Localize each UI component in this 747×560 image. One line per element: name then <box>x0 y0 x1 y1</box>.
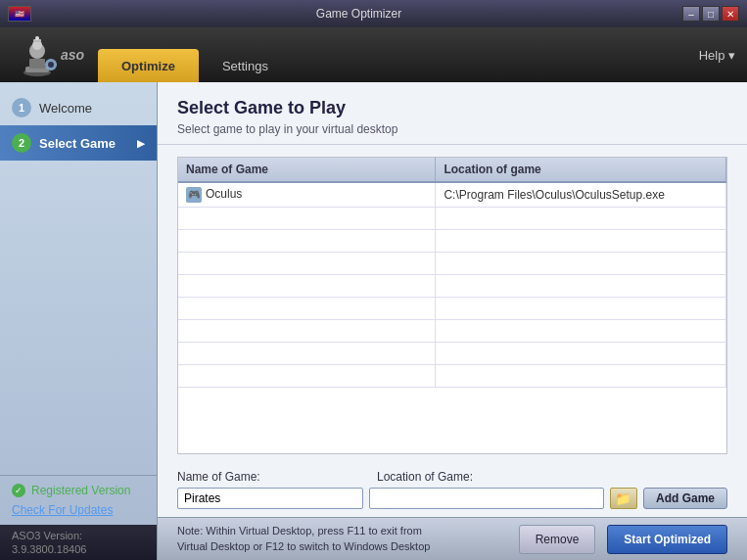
step-1-circle: 1 <box>12 98 31 117</box>
game-table-container: Name of Game Location of game 🎮Oculus C:… <box>177 157 727 454</box>
sidebar-item-select-game[interactable]: 2 Select Game ▶ <box>0 125 157 161</box>
tab-optimize[interactable]: Optimize <box>98 49 199 82</box>
minimize-button[interactable]: – <box>682 6 700 22</box>
empty-table-row <box>178 320 726 343</box>
empty-table-row <box>178 208 726 230</box>
footer-note-text: Note: Within Virtual Desktop, press F11 … <box>177 525 430 551</box>
content-subtitle: Select game to play in your virtual desk… <box>177 122 727 136</box>
svg-rect-9 <box>50 59 52 62</box>
content-title: Select Game to Play <box>177 98 727 118</box>
footer-note: Note: Within Virtual Desktop, press F11 … <box>177 524 507 554</box>
sidebar-item-welcome[interactable]: 1 Welcome <box>0 90 157 125</box>
help-menu[interactable]: Help ▾ <box>699 48 735 63</box>
add-game-button[interactable]: Add Game <box>643 488 727 509</box>
app-header: aso Optimize Settings Help ▾ <box>0 27 747 82</box>
logo-icon <box>14 31 61 78</box>
col-name-header: Name of Game <box>178 158 436 182</box>
col-location-header: Location of game <box>436 158 726 182</box>
chevron-right-icon: ▶ <box>137 138 145 149</box>
game-table: Name of Game Location of game 🎮Oculus C:… <box>178 158 726 388</box>
remove-button[interactable]: Remove <box>519 525 596 554</box>
empty-table-row <box>178 253 726 275</box>
window-controls: – □ ✕ <box>682 6 739 22</box>
check-updates-link[interactable]: Check For Updates <box>12 503 113 517</box>
svg-rect-10 <box>50 68 52 70</box>
location-label: Location of Game: <box>377 470 473 484</box>
logo-text: aso <box>61 47 84 63</box>
sidebar-item-welcome-label: Welcome <box>39 101 92 116</box>
main-container: 1 Welcome 2 Select Game ▶ ✓ Registered V… <box>0 82 747 560</box>
empty-table-row <box>178 230 726 253</box>
game-name-cell: 🎮Oculus <box>178 182 436 208</box>
window-title: Game Optimizer <box>35 7 682 21</box>
svg-rect-11 <box>45 64 48 66</box>
sidebar: 1 Welcome 2 Select Game ▶ ✓ Registered V… <box>0 82 158 560</box>
svg-point-8 <box>48 62 54 68</box>
empty-table-row <box>178 365 726 388</box>
game-location-cell: C:\Program Files\Oculus\OculusSetup.exe <box>436 182 726 208</box>
empty-table-row <box>178 343 726 365</box>
empty-table-row <box>178 298 726 320</box>
registered-label: Registered Version <box>31 484 130 497</box>
start-optimized-button[interactable]: Start Optimized <box>607 525 727 554</box>
title-bar: 🇺🇸 Game Optimizer – □ ✕ <box>0 0 747 27</box>
nav-tabs: Optimize Settings <box>98 27 699 82</box>
name-input[interactable] <box>177 488 363 509</box>
form-inputs: 📁 Add Game <box>177 488 727 509</box>
game-icon: 🎮 <box>186 187 202 203</box>
name-label: Name of Game: <box>177 470 369 484</box>
content-header: Select Game to Play Select game to play … <box>158 82 747 145</box>
svg-point-6 <box>35 36 39 40</box>
sidebar-item-select-game-label: Select Game <box>39 136 116 151</box>
svg-rect-12 <box>54 64 57 66</box>
empty-table-row <box>178 275 726 298</box>
footer: Note: Within Virtual Desktop, press F11 … <box>158 517 747 560</box>
form-labels: Name of Game: Location of Game: <box>177 470 727 484</box>
app-logo: aso <box>0 27 98 82</box>
browse-button[interactable]: 📁 <box>610 488 637 509</box>
maximize-button[interactable]: □ <box>702 6 720 22</box>
registered-icon: ✓ <box>12 484 25 497</box>
location-input[interactable] <box>369 488 604 509</box>
svg-rect-2 <box>29 59 45 69</box>
content-area: Select Game to Play Select game to play … <box>158 82 747 560</box>
language-flag[interactable]: 🇺🇸 <box>8 6 31 22</box>
table-row[interactable]: 🎮Oculus C:\Program Files\Oculus\OculusSe… <box>178 182 726 208</box>
close-button[interactable]: ✕ <box>722 6 739 22</box>
folder-icon: 📁 <box>615 491 631 506</box>
tab-settings[interactable]: Settings <box>199 49 292 82</box>
step-2-circle: 2 <box>12 133 31 153</box>
version-label: ASO3 Version: 3.9.3800.18406 <box>12 530 86 555</box>
add-game-form: Name of Game: Location of Game: 📁 Add Ga… <box>158 462 747 517</box>
